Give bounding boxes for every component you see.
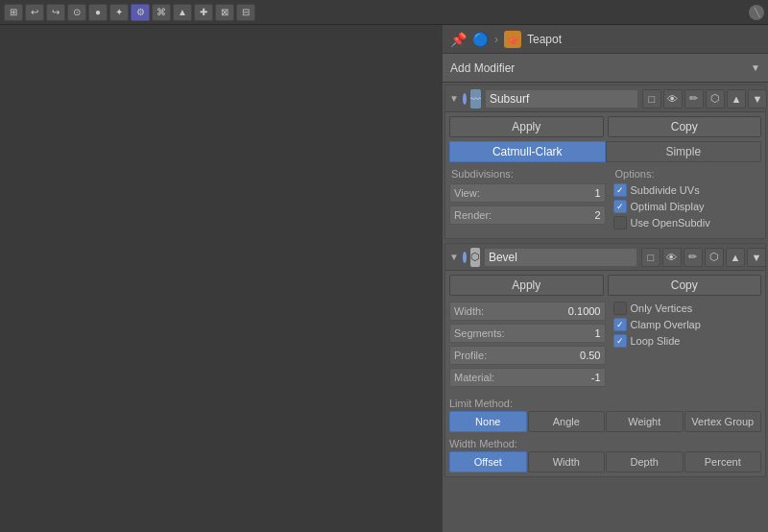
bevel-visibility-dot[interactable] bbox=[463, 252, 467, 263]
limit-angle-tab[interactable]: Angle bbox=[528, 411, 606, 432]
bevel-edit-btn[interactable]: ✏ bbox=[684, 248, 703, 267]
width-field[interactable]: Width: 0.1000 bbox=[449, 302, 606, 321]
clamp-overlap-label: Clamp Overlap bbox=[631, 319, 701, 330]
wm-percent-tab[interactable]: Percent bbox=[684, 451, 762, 472]
subsurf-visibility-dot[interactable] bbox=[463, 93, 467, 105]
limit-none-tab[interactable]: None bbox=[449, 411, 527, 432]
bevel-collapse-btn[interactable]: ▼ bbox=[449, 251, 459, 264]
subsurf-name-input[interactable] bbox=[485, 89, 638, 109]
clamp-overlap-row: ✓ Clamp Overlap bbox=[613, 318, 762, 331]
bevel-render-btn[interactable]: □ bbox=[641, 248, 660, 267]
toolbar-btn-11[interactable]: ⊠ bbox=[215, 4, 234, 21]
render-field[interactable]: Render: 2 bbox=[449, 206, 606, 225]
subsurf-right-col: Options: ✓ Subdivide UVs ✓ Optimal Displ… bbox=[613, 168, 762, 232]
subsurf-header: ▼ 〰 □ 👁 ✏ ⬡ ▲ ▼ ✕ bbox=[445, 85, 765, 112]
loop-slide-checkbox[interactable]: ✓ bbox=[613, 334, 627, 348]
only-vertices-row: Only Vertices bbox=[613, 302, 762, 315]
subsurf-type-icon: 〰 bbox=[470, 89, 481, 109]
wm-depth-tab[interactable]: Depth bbox=[606, 451, 684, 472]
toolbar-btn-10[interactable]: ✚ bbox=[194, 4, 213, 21]
subsurf-render-btn[interactable]: □ bbox=[642, 89, 661, 109]
clamp-overlap-checkbox[interactable]: ✓ bbox=[613, 318, 627, 331]
limit-weight-tab[interactable]: Weight bbox=[606, 411, 684, 432]
limit-method-tabs: None Angle Weight Vertex Group bbox=[449, 411, 761, 432]
close-icon[interactable]: ╲ bbox=[749, 5, 764, 20]
subsurf-apply-btn[interactable]: Apply bbox=[449, 116, 604, 137]
subsurf-left-col: Subdivisions: View: 1 Render: 2 bbox=[449, 168, 606, 232]
limit-vgroup-tab[interactable]: Vertex Group bbox=[684, 411, 762, 432]
bevel-header: ▼ ⬡ □ 👁 ✏ ⬡ ▲ ▼ ✕ bbox=[445, 244, 765, 271]
wm-width-tab[interactable]: Width bbox=[528, 451, 606, 472]
width-method-label: Width Method: bbox=[445, 436, 765, 451]
tab-catmull-clark[interactable]: Catmull-Clark bbox=[449, 141, 606, 162]
subsurf-tab-row: Catmull-Clark Simple bbox=[449, 141, 761, 162]
only-vertices-checkbox[interactable] bbox=[613, 302, 627, 315]
view-field[interactable]: View: 1 bbox=[449, 183, 606, 203]
add-modifier-label: Add Modifier bbox=[450, 61, 515, 75]
bevel-name-input[interactable] bbox=[484, 248, 637, 267]
add-modifier-bar[interactable]: Add Modifier ▼ bbox=[443, 54, 768, 83]
subdivide-uvs-label: Subdivide UVs bbox=[631, 184, 700, 196]
tab-simple[interactable]: Simple bbox=[606, 141, 762, 162]
segments-label: Segments: bbox=[454, 327, 505, 339]
subsurf-eye-btn[interactable]: 👁 bbox=[663, 89, 683, 109]
optimal-display-label: Optimal Display bbox=[631, 201, 705, 212]
toolbar-btn-4[interactable]: ⊙ bbox=[67, 4, 86, 21]
subsurf-edit-btn[interactable]: ✏ bbox=[684, 89, 704, 109]
use-opensubdiv-label: Use OpenSubdiv bbox=[631, 217, 710, 229]
toolbar-btn-5[interactable]: ● bbox=[88, 4, 108, 21]
use-opensubdiv-checkbox[interactable] bbox=[613, 216, 627, 230]
optimal-display-checkbox[interactable]: ✓ bbox=[613, 200, 627, 213]
bevel-down-btn[interactable]: ▼ bbox=[747, 248, 766, 267]
segments-field[interactable]: Segments: 1 bbox=[449, 324, 606, 343]
bevel-up-btn[interactable]: ▲ bbox=[726, 248, 745, 267]
subsurf-btn-row: Apply Copy bbox=[445, 112, 765, 141]
pin-icon[interactable]: 📌 bbox=[450, 32, 467, 47]
limit-method-label: Limit Method: bbox=[445, 396, 765, 411]
render-value: 2 bbox=[594, 209, 600, 221]
profile-field[interactable]: Profile: 0.50 bbox=[449, 346, 606, 365]
width-method-tabs: Offset Width Depth Percent bbox=[449, 451, 761, 472]
breadcrumb: 📌 🔵 › 🫖 Teapot bbox=[443, 25, 768, 54]
toolbar-btn-9[interactable]: ▲ bbox=[173, 4, 192, 21]
toolbar-btn-12[interactable]: ⊟ bbox=[236, 4, 255, 21]
width-value: 0.1000 bbox=[568, 305, 601, 317]
loop-slide-label: Loop Slide bbox=[631, 335, 681, 347]
bevel-cage-btn[interactable]: ⬡ bbox=[705, 248, 724, 267]
toolbar-btn-1[interactable]: ⊞ bbox=[4, 4, 23, 21]
bevel-apply-btn[interactable]: Apply bbox=[449, 275, 604, 296]
subsurf-down-btn[interactable]: ▼ bbox=[748, 89, 767, 109]
app-window: ⊞ ↩ ↪ ⊙ ● ✦ ⚙ ⌘ ▲ ✚ ⊠ ⊟ ╲ 📌 🔵 › 🫖 Teapot bbox=[0, 0, 768, 532]
render-label: Render: bbox=[454, 209, 492, 221]
material-field[interactable]: Material: -1 bbox=[449, 368, 606, 387]
subsurf-collapse-btn[interactable]: ▼ bbox=[449, 92, 459, 106]
subsurf-modifier-panel: ▼ 〰 □ 👁 ✏ ⬡ ▲ ▼ ✕ Apply bbox=[444, 85, 766, 239]
bevel-copy-btn[interactable]: Copy bbox=[608, 275, 762, 296]
toolbar-btn-2[interactable]: ↩ bbox=[25, 4, 44, 21]
subsurf-copy-btn[interactable]: Copy bbox=[608, 116, 762, 137]
subsurf-up-btn[interactable]: ▲ bbox=[727, 89, 746, 109]
toolbar-btn-3[interactable]: ↪ bbox=[46, 4, 65, 21]
segments-value: 1 bbox=[594, 327, 600, 339]
breadcrumb-arrow: › bbox=[494, 33, 498, 46]
viewport bbox=[0, 25, 442, 532]
teapot-icon: 🫖 bbox=[504, 31, 521, 48]
bevel-btn-row: Apply Copy bbox=[445, 271, 765, 300]
only-vertices-label: Only Vertices bbox=[631, 302, 693, 314]
options-label: Options: bbox=[613, 168, 762, 180]
toolbar-btn-6[interactable]: ✦ bbox=[109, 4, 129, 21]
bevel-modifier-panel: ▼ ⬡ □ 👁 ✏ ⬡ ▲ ▼ ✕ Apply bbox=[444, 243, 766, 477]
sphere-icon[interactable]: 🔵 bbox=[472, 32, 489, 47]
toolbar-btn-7[interactable]: ⚙ bbox=[131, 4, 150, 21]
wm-offset-tab[interactable]: Offset bbox=[449, 451, 527, 472]
width-label: Width: bbox=[454, 305, 484, 317]
use-opensubdiv-row: Use OpenSubdiv bbox=[613, 216, 762, 230]
subsurf-cage-btn[interactable]: ⬡ bbox=[706, 89, 725, 109]
subdivide-uvs-row: ✓ Subdivide UVs bbox=[613, 183, 762, 197]
properties-panel: 📌 🔵 › 🫖 Teapot Add Modifier ▼ ▼ 〰 bbox=[442, 25, 768, 532]
breadcrumb-teapot-label: Teapot bbox=[527, 33, 562, 46]
material-value: -1 bbox=[591, 372, 601, 383]
subdivide-uvs-checkbox[interactable]: ✓ bbox=[613, 183, 627, 197]
bevel-eye-btn[interactable]: 👁 bbox=[662, 248, 682, 267]
toolbar-btn-8[interactable]: ⌘ bbox=[152, 4, 171, 21]
